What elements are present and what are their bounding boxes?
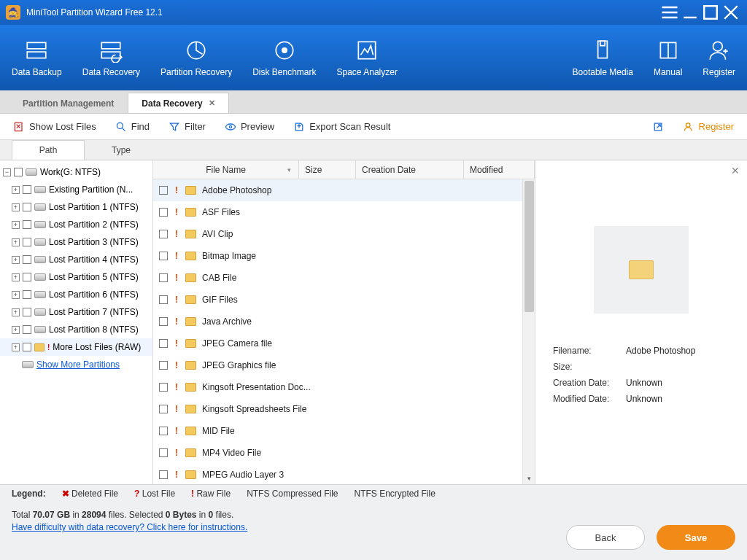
tab-path[interactable]: Path — [12, 140, 85, 160]
register-button[interactable]: Register — [692, 25, 746, 90]
tree-item[interactable]: +Lost Partition 2 (NTFS) — [0, 216, 152, 233]
file-row[interactable]: !Java Archive — [153, 311, 535, 332]
checkbox[interactable] — [159, 186, 168, 195]
disk-benchmark-button[interactable]: Disk Benchmark — [242, 25, 326, 90]
tab-partition-management[interactable]: Partition Management — [9, 93, 128, 113]
expand-icon[interactable]: + — [12, 308, 20, 316]
tab-data-recovery[interactable]: Data Recovery ✕ — [128, 93, 228, 113]
column-modified[interactable]: Modified — [464, 160, 535, 179]
file-row[interactable]: !Adobe Photoshop — [153, 179, 535, 201]
scrollbar[interactable]: ▴ ▾ — [522, 179, 535, 484]
show-more-partitions-link[interactable]: Show More Partitions — [36, 359, 120, 370]
file-row[interactable]: !MP4 Video File — [153, 442, 535, 464]
data-recovery-button[interactable]: Data Recovery — [72, 25, 150, 90]
file-row[interactable]: !JPEG Camera file — [153, 332, 535, 354]
tree-item[interactable]: +Lost Partition 8 (NTFS) — [0, 321, 152, 338]
file-row[interactable]: !GIF Files — [153, 289, 535, 311]
checkbox[interactable] — [159, 317, 168, 326]
column-size[interactable]: Size — [299, 160, 356, 179]
tree-item[interactable]: +Lost Partition 1 (NTFS) — [0, 198, 152, 216]
checkbox[interactable] — [14, 168, 23, 176]
checkbox[interactable] — [159, 383, 168, 392]
maximize-button[interactable] — [700, 2, 721, 23]
column-file-name[interactable]: File Name▾ — [153, 160, 299, 179]
expand-icon[interactable]: + — [12, 326, 20, 334]
expand-icon[interactable]: + — [12, 343, 20, 351]
checkbox[interactable] — [159, 427, 168, 435]
checkbox[interactable] — [23, 273, 31, 281]
file-row[interactable]: !Kingsoft Presentation Doc... — [153, 376, 535, 398]
checkbox[interactable] — [23, 255, 31, 264]
file-row[interactable]: !Bitmap Image — [153, 245, 535, 267]
expand-icon[interactable]: + — [12, 221, 20, 229]
tab-close-icon[interactable]: ✕ — [209, 98, 215, 108]
checkbox[interactable] — [159, 361, 168, 370]
show-lost-files-button[interactable]: Show Lost Files — [13, 121, 96, 133]
file-row[interactable]: !ASF Files — [153, 201, 535, 223]
tree-item[interactable]: +Lost Partition 3 (NTFS) — [0, 233, 152, 251]
checkbox[interactable] — [23, 325, 31, 334]
tree-item[interactable]: +Lost Partition 5 (NTFS) — [0, 268, 152, 286]
checkbox[interactable] — [159, 273, 168, 282]
tree-item[interactable]: +Existing Partition (N... — [0, 181, 152, 198]
tree-item[interactable]: +Lost Partition 6 (NTFS) — [0, 286, 152, 303]
checkbox[interactable] — [159, 470, 168, 479]
tree-item[interactable]: +Lost Partition 7 (NTFS) — [0, 303, 152, 321]
checkbox[interactable] — [159, 295, 168, 304]
tree-item-more-lost-files[interactable]: + ! More Lost Files (RAW) — [0, 338, 152, 356]
checkbox[interactable] — [23, 343, 31, 351]
file-row[interactable]: !AVI Clip — [153, 223, 535, 245]
save-button[interactable]: Save — [657, 525, 735, 550]
register-link[interactable]: Register — [683, 121, 734, 133]
checkbox[interactable] — [23, 203, 31, 211]
scrollbar-thumb[interactable] — [525, 181, 534, 312]
expand-icon[interactable]: + — [12, 186, 20, 194]
expand-icon[interactable]: + — [12, 256, 20, 264]
file-row[interactable]: !JPEG Graphics file — [153, 354, 535, 376]
checkbox[interactable] — [159, 405, 168, 413]
tab-type[interactable]: Type — [85, 140, 158, 160]
hamburger-icon[interactable] — [659, 2, 680, 23]
tree-root[interactable]: − Work(G: NTFS) — [0, 163, 152, 181]
file-list-body[interactable]: !Adobe Photoshop!ASF Files!AVI Clip!Bitm… — [153, 179, 535, 484]
share-button[interactable] — [652, 121, 664, 133]
file-row[interactable]: !MPEG Audio Layer 3 — [153, 464, 535, 484]
tree-item[interactable]: +Lost Partition 4 (NTFS) — [0, 251, 152, 268]
expand-icon[interactable]: + — [12, 291, 20, 299]
filter-button[interactable]: Filter — [169, 121, 206, 133]
help-link[interactable]: Have difficulty with data recovery? Clic… — [12, 522, 247, 532]
tree-show-more-partitions[interactable]: Show More Partitions — [0, 356, 152, 373]
checkbox[interactable] — [159, 252, 168, 260]
close-button[interactable] — [721, 2, 741, 23]
manual-button[interactable]: Manual — [643, 25, 692, 90]
checkbox[interactable] — [23, 238, 31, 246]
checkbox[interactable] — [23, 220, 31, 229]
expand-icon[interactable]: + — [12, 203, 20, 211]
expand-icon[interactable]: + — [12, 238, 20, 246]
find-button[interactable]: Find — [115, 121, 150, 133]
checkbox[interactable] — [23, 185, 31, 194]
checkbox[interactable] — [159, 230, 168, 238]
file-row[interactable]: !Kingsoft Spreadsheets File — [153, 398, 535, 420]
checkbox[interactable] — [23, 308, 31, 316]
checkbox[interactable] — [159, 208, 168, 217]
minimize-button[interactable] — [680, 2, 700, 23]
checkbox[interactable] — [159, 339, 168, 348]
space-analyzer-button[interactable]: Space Analyzer — [327, 25, 408, 90]
collapse-icon[interactable]: − — [3, 168, 11, 176]
back-button[interactable]: Back — [566, 525, 645, 550]
checkbox[interactable] — [159, 448, 168, 457]
data-backup-button[interactable]: Data Backup — [1, 25, 72, 90]
expand-icon[interactable]: + — [12, 273, 20, 281]
column-creation-date[interactable]: Creation Date — [356, 160, 464, 179]
preview-button[interactable]: Preview — [225, 121, 274, 133]
partition-recovery-button[interactable]: Partition Recovery — [150, 25, 242, 90]
checkbox[interactable] — [23, 290, 31, 299]
file-row[interactable]: !CAB File — [153, 267, 535, 289]
scroll-down-icon[interactable]: ▾ — [523, 472, 535, 484]
tree-pane[interactable]: − Work(G: NTFS) +Existing Partition (N..… — [0, 160, 153, 484]
file-row[interactable]: !MID File — [153, 420, 535, 442]
bootable-media-button[interactable]: Bootable Media — [562, 25, 643, 90]
export-scan-result-button[interactable]: Export Scan Result — [293, 121, 390, 133]
detail-close-icon[interactable]: ✕ — [731, 165, 740, 176]
